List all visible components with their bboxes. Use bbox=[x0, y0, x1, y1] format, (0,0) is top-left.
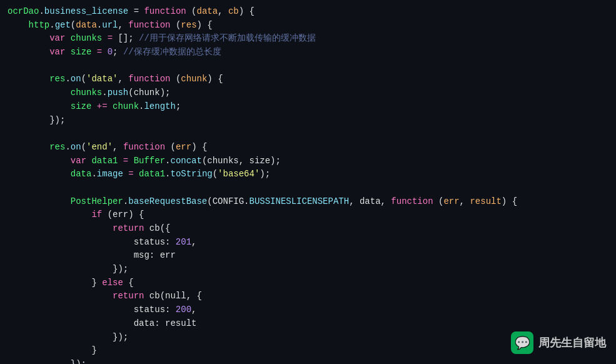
code-token: ( bbox=[171, 73, 181, 86]
code-token: //保存缓冲数据的总长度 bbox=[123, 46, 221, 59]
code-token: ( bbox=[186, 5, 197, 19]
code-token: chunks bbox=[65, 32, 107, 46]
code-token: . bbox=[165, 154, 170, 168]
code-token: http bbox=[8, 19, 49, 33]
code-token: cb(null, { bbox=[144, 290, 201, 303]
code-token: }); bbox=[8, 358, 86, 364]
code-token: var bbox=[49, 32, 65, 46]
code-token: ( bbox=[71, 19, 76, 33]
code-token: on bbox=[71, 73, 81, 86]
code-token: . bbox=[165, 168, 170, 181]
code-token bbox=[8, 222, 113, 236]
code-line: data: result bbox=[0, 317, 616, 331]
code-line: var chunks = []; //用于保存网络请求不断加载传输的缓冲数据 bbox=[0, 32, 616, 46]
code-token: = bbox=[128, 5, 144, 19]
code-token bbox=[8, 154, 71, 168]
code-line: var size = 0; //保存缓冲数据的总长度 bbox=[0, 46, 616, 59]
code-token: url bbox=[102, 19, 118, 33]
code-token: on bbox=[71, 141, 81, 154]
code-token: PostHelper bbox=[8, 195, 123, 209]
code-token: msg: err bbox=[8, 249, 176, 263]
code-token: function bbox=[391, 195, 433, 209]
code-token: baseRequestBase bbox=[128, 195, 207, 209]
code-token: . bbox=[244, 195, 249, 209]
code-token: += bbox=[97, 100, 108, 114]
code-token: 'base64' bbox=[218, 168, 260, 181]
code-line: return cb({ bbox=[0, 222, 616, 236]
code-token: res bbox=[8, 73, 65, 86]
code-token: . bbox=[91, 168, 96, 181]
code-token: . bbox=[49, 19, 54, 33]
code-token: function bbox=[128, 19, 170, 33]
code-token: chunk bbox=[108, 100, 139, 114]
code-line: res.on('data', function (chunk) { bbox=[0, 73, 616, 86]
code-token bbox=[8, 32, 49, 46]
code-token: size bbox=[8, 100, 97, 114]
code-token: toString bbox=[170, 168, 212, 181]
code-token: . bbox=[65, 73, 70, 86]
code-line: }); bbox=[0, 358, 616, 364]
code-token: }); bbox=[8, 114, 65, 128]
code-line: } else { bbox=[0, 276, 616, 290]
code-token: ) { bbox=[207, 73, 223, 86]
code-token: result bbox=[470, 195, 501, 209]
code-token: . bbox=[102, 86, 107, 100]
code-token: ( bbox=[171, 19, 181, 33]
code-token: else bbox=[102, 276, 123, 290]
code-token: res bbox=[8, 141, 65, 154]
code-token: chunks bbox=[8, 86, 102, 100]
code-token: , bbox=[113, 141, 123, 154]
code-token: chunk bbox=[181, 73, 207, 86]
code-token: if bbox=[91, 208, 102, 222]
code-line: var data1 = Buffer.concat(chunks, size); bbox=[0, 154, 616, 168]
code-token: get bbox=[55, 19, 71, 33]
code-token: (CONFIG bbox=[207, 195, 244, 209]
code-token: { bbox=[123, 276, 134, 290]
code-token: ocrDao bbox=[8, 5, 39, 19]
code-token: ) { bbox=[239, 5, 255, 19]
code-token: = bbox=[108, 32, 113, 46]
code-token: res bbox=[181, 19, 196, 33]
code-token: return bbox=[113, 222, 144, 236]
code-token: , bbox=[118, 73, 128, 86]
code-token: = bbox=[97, 46, 102, 59]
code-line: msg: err bbox=[0, 249, 616, 263]
code-token: data1 bbox=[134, 168, 165, 181]
code-line: ocrDao.business_license = function (data… bbox=[0, 5, 616, 19]
code-token: (err) { bbox=[102, 208, 144, 222]
code-token: data bbox=[8, 168, 91, 181]
code-token: . bbox=[65, 141, 70, 154]
code-token: 'data' bbox=[86, 73, 118, 86]
code-line bbox=[0, 181, 616, 195]
code-token: size bbox=[65, 46, 96, 59]
code-token: ; bbox=[176, 100, 181, 114]
code-token: ); bbox=[260, 168, 270, 181]
code-token: . bbox=[123, 195, 128, 209]
code-line: data.image = data1.toString('base64'); bbox=[0, 168, 616, 181]
code-token: , data, bbox=[349, 195, 391, 209]
code-line: http.get(data.url, function (res) { bbox=[0, 19, 616, 33]
code-token: }); bbox=[8, 331, 128, 345]
code-token: ) { bbox=[197, 19, 213, 33]
code-token: ( bbox=[433, 195, 444, 209]
code-token: BUSSINESLICENSEPATH bbox=[250, 195, 350, 209]
code-token: , bbox=[191, 236, 196, 250]
code-token: return bbox=[113, 290, 144, 303]
code-editor: ocrDao.business_license = function (data… bbox=[0, 0, 616, 364]
code-token: image bbox=[97, 168, 123, 181]
code-token: = bbox=[128, 168, 133, 181]
code-token: length bbox=[144, 100, 175, 114]
code-line: return cb(null, { bbox=[0, 290, 616, 303]
code-token: data bbox=[76, 19, 97, 33]
code-token: 201 bbox=[176, 236, 191, 250]
code-token: ( bbox=[213, 168, 218, 181]
code-line: status: 200, bbox=[0, 303, 616, 317]
code-token: ( bbox=[165, 141, 176, 154]
watermark-text: 周先生自留地 bbox=[538, 335, 606, 350]
code-token: err bbox=[443, 195, 459, 209]
code-token: } bbox=[8, 276, 102, 290]
code-line: chunks.push(chunk); bbox=[0, 86, 616, 100]
code-token: status: bbox=[8, 236, 176, 250]
code-token: ) { bbox=[191, 141, 207, 154]
code-line: size += chunk.length; bbox=[0, 100, 616, 114]
